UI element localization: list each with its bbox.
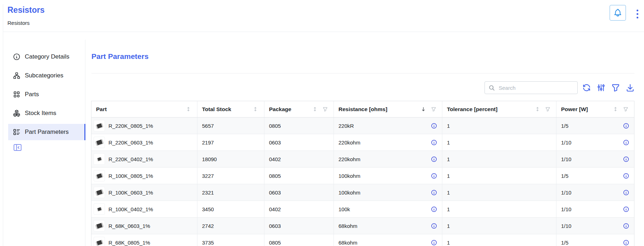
cell-value: 3735 [202, 240, 214, 246]
download-button[interactable] [626, 83, 635, 92]
info-icon[interactable] [623, 223, 629, 229]
info-icon[interactable] [431, 173, 437, 179]
part-thumbnail [94, 120, 105, 131]
cell-package: 0402 [264, 201, 334, 217]
column-filter-icon[interactable] [623, 106, 628, 112]
cell-part: R_100K_0805_1% [91, 168, 197, 184]
cell-tolerance: 1 [442, 151, 556, 167]
cell-value: 1 [447, 240, 450, 246]
column-header-total_stock[interactable]: Total Stock [197, 101, 264, 117]
table-row[interactable]: R_100K_0805_1%32270805100kohm11/5 [91, 168, 634, 184]
overflow-menu-button[interactable] [633, 8, 642, 20]
table-row[interactable]: R_68K_0805_1%3735080568kohm11/5 [91, 234, 634, 246]
sidebar-item-parts[interactable]: Parts [8, 86, 85, 103]
cell-value: 1 [447, 156, 450, 162]
cell-value: 1/5 [561, 240, 569, 246]
column-filter-icon[interactable] [323, 106, 328, 112]
info-icon[interactable] [431, 239, 437, 246]
sidebar-item-label: Part Parameters [25, 129, 69, 136]
sidebar-item-category-details[interactable]: Category Details [8, 49, 85, 65]
info-icon[interactable] [431, 156, 437, 163]
column-label: Part [96, 106, 107, 113]
column-header-tolerance[interactable]: Tolerance [percent] [442, 101, 556, 117]
table-row[interactable]: R_100K_0603_1%23210603100kohm11/10 [91, 184, 634, 201]
info-icon[interactable] [431, 122, 437, 129]
table-settings-button[interactable] [597, 83, 606, 92]
cell-value: 0805 [269, 123, 281, 129]
cell-tolerance: 1 [442, 234, 556, 246]
sort-icon [312, 106, 318, 112]
info-icon[interactable] [623, 173, 629, 179]
table-row[interactable]: R_220K_0603_1%21970603220kohm11/10 [91, 134, 634, 151]
part-thumbnail [94, 187, 105, 198]
cell-part: R_220K_0805_1% [91, 117, 197, 134]
part-thumbnail [94, 220, 105, 231]
notifications-button[interactable] [610, 5, 626, 21]
cell-value: 68kohm [338, 240, 357, 246]
cell-tolerance: 1 [442, 134, 556, 151]
part-name: R_100K_0805_1% [108, 173, 153, 179]
cell-value: 1 [447, 206, 450, 212]
info-icon[interactable] [431, 206, 437, 213]
info-icon[interactable] [623, 206, 629, 213]
cell-value: 1 [447, 140, 450, 146]
part-name: R_68K_0603_1% [108, 223, 150, 229]
refresh-button[interactable] [582, 83, 591, 92]
table-row[interactable]: R_220K_0402_1%180900402220kohm11/10 [91, 151, 634, 168]
part-name: R_68K_0805_1% [108, 240, 150, 246]
cell-power: 1/10 [556, 151, 634, 167]
table-row[interactable]: R_220K_0805_1%56570805220kR11/5 [91, 117, 634, 134]
cell-value: 100kohm [338, 190, 360, 196]
column-header-package[interactable]: Package [264, 101, 334, 117]
cell-power: 1/10 [556, 184, 634, 201]
cell-resistance: 100kohm [334, 184, 442, 201]
column-filter-icon[interactable] [431, 106, 436, 112]
sidebar-item-label: Category Details [25, 53, 69, 60]
info-icon[interactable] [431, 189, 437, 196]
cell-power: 1/5 [556, 234, 634, 246]
filters-button[interactable] [611, 83, 620, 92]
info-icon[interactable] [623, 122, 629, 129]
sidebar: Category DetailsSubcategoriesPartsStock … [8, 49, 85, 143]
breadcrumb-item[interactable]: Resistors [7, 20, 30, 26]
sidebar-divider [85, 40, 85, 246]
part-name: R_220K_0805_1% [108, 123, 153, 129]
info-icon[interactable] [623, 156, 629, 163]
column-label: Tolerance [percent] [447, 106, 498, 113]
info-icon[interactable] [623, 139, 629, 146]
cell-value: 1/5 [561, 123, 569, 129]
sidebar-collapse-button[interactable] [13, 143, 22, 152]
cell-value: 18090 [202, 156, 217, 162]
table-row[interactable]: R_100K_0402_1%34500402100k11/10 [91, 201, 634, 218]
cell-value: 100kohm [338, 173, 360, 179]
part-name: R_100K_0603_1% [108, 190, 153, 196]
sidebar-item-part-parameters[interactable]: Part Parameters [8, 124, 85, 140]
column-header-power[interactable]: Power [W] [556, 101, 634, 117]
cell-power: 1/10 [556, 201, 634, 217]
cell-value: 1 [447, 173, 450, 179]
cell-value: 1/10 [561, 206, 571, 212]
cell-part: R_100K_0402_1% [91, 201, 197, 217]
info-icon[interactable] [623, 239, 629, 246]
info-icon[interactable] [431, 223, 437, 229]
info-icon[interactable] [623, 189, 629, 196]
table-row[interactable]: R_68K_0603_1%2742060368kohm11/10 [91, 218, 634, 234]
sidebar-item-subcategories[interactable]: Subcategories [8, 67, 85, 84]
part-name: R_100K_0402_1% [108, 206, 153, 212]
sidebar-item-stock-items[interactable]: Stock Items [8, 105, 85, 121]
search-input[interactable] [498, 84, 574, 91]
cell-tolerance: 1 [442, 184, 556, 201]
app-header [3, 0, 644, 32]
part-thumbnail [94, 170, 105, 181]
download-icon [626, 83, 635, 92]
part-parameters-table: PartTotal StockPackageResistance [ohms]T… [91, 101, 634, 246]
info-icon[interactable] [431, 139, 437, 146]
part-thumbnail [94, 137, 105, 148]
column-header-resistance[interactable]: Resistance [ohms] [334, 101, 442, 117]
cell-package: 0805 [264, 117, 334, 134]
column-label: Package [269, 106, 291, 113]
column-header-part[interactable]: Part [91, 101, 197, 117]
cell-value: 220kohm [338, 140, 360, 146]
column-filter-icon[interactable] [545, 106, 550, 112]
cell-tolerance: 1 [442, 218, 556, 234]
